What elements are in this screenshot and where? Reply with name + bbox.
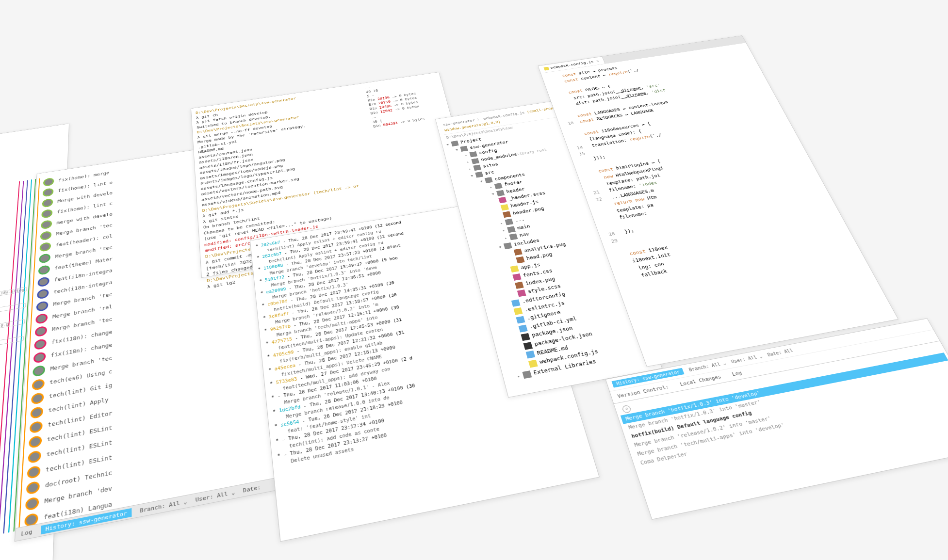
vc-branch-filter[interactable]: Branch: All ⌄ (688, 361, 727, 372)
commit-avatar (28, 450, 41, 464)
search-icon[interactable]: ⌕ (621, 405, 632, 414)
folder-icon (473, 165, 481, 171)
git-commit-row[interactable]: tech(es6) Using c (32, 337, 268, 393)
commit-message: tech(es6) Using c (49, 368, 113, 385)
git-commit-row[interactable]: Merge branch 'dev (25, 449, 280, 513)
git-commit-row[interactable]: tech(lint) Git ig (31, 351, 269, 407)
folder-icon (504, 242, 512, 249)
commit-avatar (35, 313, 48, 324)
commit-avatar (36, 301, 48, 312)
vc-filter-bar: History: ssw-generator Branch: All ⌄ Use… (606, 319, 933, 392)
commit-message: feat(i18n) Langua (44, 501, 112, 521)
git-commit-row[interactable]: doc(root) Technic (26, 434, 278, 497)
vc-tab-local[interactable]: Local Changes (673, 371, 729, 390)
git-status-bar: Log History: ssw-generator Branch: All ⌄… (15, 475, 291, 541)
commit-avatar (29, 435, 42, 448)
commit-avatar (40, 231, 52, 241)
folder-icon (475, 172, 483, 178)
branch-filter[interactable]: Branch: All ⌄ (140, 498, 187, 514)
commit-avatar (39, 253, 50, 264)
date-filter[interactable]: Date: (243, 484, 261, 494)
folder-icon (469, 151, 477, 157)
folder-icon (485, 177, 493, 183)
git-commit-row[interactable]: tech(lint) ESLint (28, 405, 275, 466)
vc-tab-log[interactable]: Log (725, 367, 749, 380)
commit-message: Merge branch 'dev (44, 485, 112, 505)
pug-icon (503, 211, 511, 218)
commit-avatar (32, 378, 45, 391)
commit-avatar (41, 209, 52, 219)
commit-avatar (43, 177, 54, 187)
commit-avatar (38, 265, 50, 275)
commit-message: tech(lint) ESLint (46, 454, 112, 474)
commit-avatar (35, 325, 48, 337)
close-icon[interactable]: × (595, 58, 600, 64)
commit-avatar (39, 242, 51, 252)
folder-icon (509, 233, 518, 240)
commit-avatar (30, 420, 43, 433)
git-commit-row[interactable]: tech(lint) ESLint (27, 419, 277, 481)
branch-tag[interactable]: release/1.0.0 (0, 319, 25, 333)
commit-message: tech(lint) ESLint (47, 424, 113, 443)
git-commit-row[interactable]: tech(lint) Apply (30, 364, 271, 421)
commit-message: doc(root) Technic (45, 469, 113, 489)
folder-icon (494, 183, 503, 189)
user-filter[interactable]: User: All ⌄ (195, 489, 235, 503)
commit-avatar (37, 276, 49, 287)
folder-icon (460, 146, 468, 152)
commit-message: tech(lint) Git ig (49, 382, 113, 400)
scss-icon (498, 197, 507, 203)
commit-avatar (41, 220, 52, 230)
commit-avatar (43, 188, 54, 197)
branch-tag[interactable]: 19 tech/i18n-integ (0, 287, 27, 300)
commit-message: tech(lint) Apply (48, 397, 108, 414)
git-commit-row[interactable]: tech(lint) ESLint (29, 391, 274, 451)
commit-message: tech(lint) Editor (48, 410, 112, 428)
folder-icon (496, 190, 505, 196)
commit-message: tech(lint) ESLint (46, 439, 112, 458)
git-commit-row[interactable]: tech(lint) Editor (29, 377, 272, 435)
commit-avatar (42, 198, 53, 208)
vc-user-filter[interactable]: User: All ⌄ (731, 354, 763, 365)
commit-avatar (27, 465, 40, 479)
vc-date-filter[interactable]: Date: All (767, 348, 794, 357)
git-commit-row[interactable]: feat(i18n) Langua (24, 464, 282, 529)
branch-tag[interactable]: tech/lint (0, 303, 26, 317)
commit-avatar (37, 288, 49, 300)
folder-icon (471, 158, 479, 164)
js-file-icon (543, 67, 549, 71)
